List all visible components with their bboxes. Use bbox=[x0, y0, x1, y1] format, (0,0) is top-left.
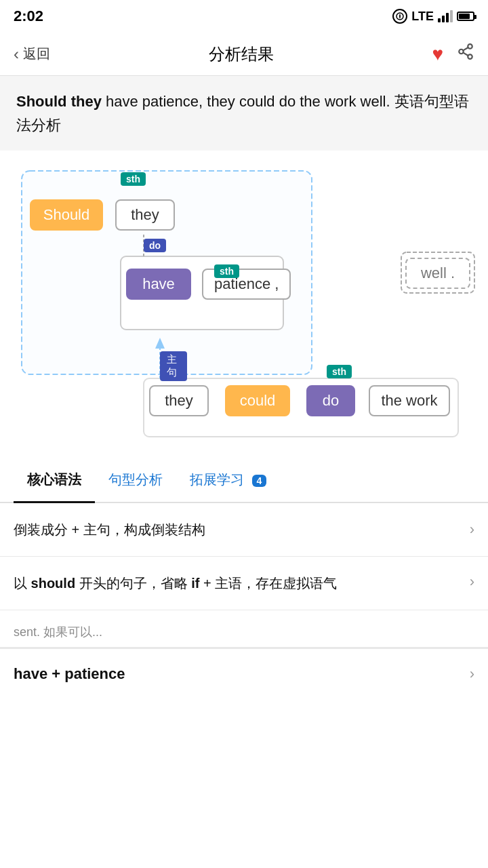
svg-marker-12 bbox=[155, 338, 165, 349]
status-bar: 2:02 LTE bbox=[0, 0, 488, 33]
chevron-right-icon-2: › bbox=[470, 573, 474, 591]
app-icon bbox=[392, 9, 407, 24]
sentence-section: Should they have patience, they could do… bbox=[0, 76, 488, 151]
status-time: 2:02 bbox=[14, 7, 43, 25]
tab-expand-label: 拓展学习 bbox=[190, 472, 244, 487]
status-icons: LTE bbox=[392, 9, 474, 24]
tag-sth2: sth bbox=[214, 264, 239, 278]
diagram-area: sth Should they do sth have patience , w… bbox=[0, 151, 488, 456]
chevron-right-icon-bottom: › bbox=[470, 665, 474, 683]
tab-expand[interactable]: 拓展学习 4 bbox=[176, 458, 280, 503]
favorite-icon[interactable]: ♥ bbox=[432, 43, 443, 65]
word-they1: they bbox=[115, 199, 175, 231]
tag-sth3: sth bbox=[327, 365, 352, 378]
bottom-grammar-item[interactable]: have + patience › bbox=[0, 648, 488, 699]
tag-sth1: sth bbox=[121, 172, 146, 186]
sentence-should: Should bbox=[16, 93, 67, 110]
tab-sentence[interactable]: 句型分析 bbox=[95, 458, 176, 503]
tab-sentence-label: 句型分析 bbox=[108, 472, 163, 487]
share-icon[interactable] bbox=[457, 43, 474, 65]
signal-icon bbox=[438, 10, 453, 22]
tag-do1: do bbox=[144, 239, 166, 252]
sentence-text: Should they have patience, they could do… bbox=[16, 90, 472, 137]
grammar-item-1[interactable]: 倒装成分 + 主句，构成倒装结构 › bbox=[0, 503, 488, 557]
diagram-container: sth Should they do sth have patience , w… bbox=[11, 164, 477, 449]
chevron-right-icon-1: › bbox=[470, 521, 474, 538]
bold-if: if bbox=[191, 576, 199, 591]
lte-label: LTE bbox=[411, 9, 434, 24]
grammar-item-2-text: 以 should 开头的句子，省略 if + 主语，存在虚拟语气 bbox=[14, 573, 462, 593]
zhuju-label-container: 主句 bbox=[160, 361, 187, 372]
tabs-container: 核心语法 句型分析 拓展学习 4 bbox=[0, 458, 488, 503]
sub-text-item: sent. 如果可以... bbox=[0, 610, 488, 648]
word-well: well . bbox=[405, 258, 470, 289]
page-title: 分析结果 bbox=[50, 43, 432, 65]
tab-expand-badge: 4 bbox=[252, 475, 267, 487]
word-thework: the work bbox=[369, 385, 450, 416]
grammar-items: 倒装成分 + 主句，构成倒装结构 › 以 should 开头的句子，省略 if … bbox=[0, 503, 488, 648]
tab-core[interactable]: 核心语法 bbox=[14, 458, 95, 503]
svg-line-4 bbox=[463, 53, 468, 56]
back-button[interactable]: ‹ 返回 bbox=[14, 45, 50, 64]
sub-text: sent. 如果可以... bbox=[14, 624, 474, 640]
header: ‹ 返回 分析结果 ♥ bbox=[0, 33, 488, 76]
grammar-item-2[interactable]: 以 should 开头的句子，省略 if + 主语，存在虚拟语气 › bbox=[0, 557, 488, 610]
zhuju-label: 主句 bbox=[160, 351, 187, 381]
word-have: have bbox=[126, 269, 191, 300]
back-label: 返回 bbox=[23, 45, 50, 63]
word-should: Should bbox=[30, 199, 103, 231]
battery-icon bbox=[457, 12, 474, 21]
word-do2: do bbox=[306, 385, 355, 416]
word-could: could bbox=[225, 385, 290, 416]
header-actions: ♥ bbox=[432, 43, 474, 65]
grammar-item-1-text: 倒装成分 + 主句，构成倒装结构 bbox=[14, 519, 462, 540]
bottom-grammar-text: have + patience bbox=[14, 665, 125, 683]
sentence-they1: they bbox=[71, 93, 102, 110]
tab-core-label: 核心语法 bbox=[27, 472, 81, 487]
svg-line-5 bbox=[463, 47, 468, 50]
word-they2: they bbox=[149, 385, 209, 416]
bold-should: should bbox=[31, 576, 76, 591]
back-arrow-icon: ‹ bbox=[14, 45, 19, 64]
